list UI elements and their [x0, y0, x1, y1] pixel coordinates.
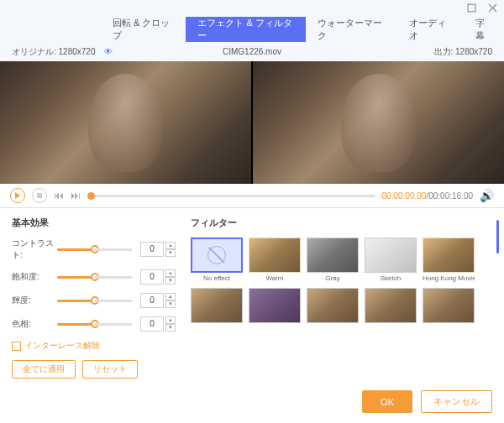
- stop-icon[interactable]: [32, 188, 47, 203]
- brightness-label: 輝度:: [12, 295, 57, 306]
- close-icon[interactable]: [488, 1, 497, 16]
- filename: CIMG1226.mov: [223, 47, 281, 56]
- filters-title: フィルター: [191, 217, 492, 229]
- brightness-row: 輝度: 0 ▲▼: [12, 293, 176, 308]
- app-window: 回転 & クロップ エフェクト & フィルター ウォーターマーク オーディオ 字…: [0, 0, 504, 423]
- footer: OK キャンセル: [0, 384, 504, 423]
- filter-scrollbar[interactable]: [496, 220, 499, 253]
- filter-grid: No effect Warm Gray Sketch Hong Kong Mov…: [191, 238, 492, 332]
- tab-bar: 回転 & クロップ エフェクト & フィルター ウォーターマーク オーディオ 字…: [0, 17, 504, 42]
- next-icon[interactable]: ⏭: [71, 190, 81, 201]
- basic-buttons: 全てに適用 リセット: [12, 360, 176, 379]
- editor-panel: 基本効果 コントラスト: 0 ▲▼ 飽和度: 0 ▲▼ 輝度: 0 ▲▼ 色相:: [0, 208, 504, 384]
- brightness-value[interactable]: 0: [140, 293, 164, 308]
- contrast-label: コントラスト:: [12, 238, 57, 261]
- filter-sketch[interactable]: Sketch: [365, 238, 417, 282]
- apply-all-button[interactable]: 全てに適用: [12, 360, 76, 379]
- filter-extra-2[interactable]: [249, 288, 301, 332]
- preview-area: [0, 61, 504, 184]
- saturation-value[interactable]: 0: [140, 269, 164, 285]
- brightness-stepper[interactable]: ▲▼: [165, 293, 176, 308]
- contrast-value[interactable]: 0: [140, 242, 164, 257]
- saturation-stepper[interactable]: ▲▼: [165, 269, 176, 285]
- filter-extra-5[interactable]: [423, 288, 475, 332]
- filters-panel: フィルター No effect Warm Gray Sketch Hong Ko…: [191, 217, 492, 379]
- svg-rect-0: [468, 4, 475, 12]
- basic-title: 基本効果: [12, 217, 176, 229]
- hue-slider[interactable]: [57, 323, 132, 326]
- svg-marker-3: [15, 192, 20, 199]
- original-size: オリジナル: 1280x720: [12, 46, 96, 58]
- tab-rotate[interactable]: 回転 & クロップ: [101, 17, 186, 42]
- hue-stepper[interactable]: ▲▼: [165, 316, 176, 332]
- saturation-row: 飽和度: 0 ▲▼: [12, 269, 176, 285]
- preview-result: [253, 61, 504, 184]
- info-bar: オリジナル: 1280x720 👁 CIMG1226.mov 出力: 1280x…: [0, 42, 504, 61]
- brightness-slider[interactable]: [57, 300, 132, 302]
- filter-warm[interactable]: Warm: [249, 238, 301, 282]
- contrast-row: コントラスト: 0 ▲▼: [12, 238, 176, 261]
- svg-rect-4: [37, 193, 42, 198]
- filter-no-effect[interactable]: No effect: [191, 238, 243, 282]
- minimize-icon[interactable]: [467, 1, 476, 16]
- hue-value[interactable]: 0: [140, 316, 164, 332]
- ok-button[interactable]: OK: [362, 390, 412, 413]
- prev-icon[interactable]: ⏮: [54, 190, 64, 201]
- filter-hk-movie[interactable]: Hong Kong Movie: [423, 238, 475, 282]
- tab-subtitle[interactable]: 字幕: [464, 17, 504, 42]
- progress-slider[interactable]: [87, 195, 375, 197]
- volume-icon[interactable]: 🔊: [480, 189, 494, 202]
- cancel-button[interactable]: キャンセル: [421, 390, 492, 413]
- filter-extra-4[interactable]: [365, 288, 417, 332]
- reset-button[interactable]: リセット: [82, 360, 138, 379]
- saturation-slider[interactable]: [57, 276, 132, 279]
- contrast-slider[interactable]: [57, 248, 132, 251]
- tab-watermark[interactable]: ウォーターマーク: [306, 17, 397, 42]
- saturation-label: 飽和度:: [12, 271, 57, 283]
- filter-gray[interactable]: Gray: [307, 238, 359, 282]
- tab-audio[interactable]: オーディオ: [397, 17, 464, 42]
- hue-label: 色相:: [12, 318, 57, 330]
- play-icon[interactable]: [10, 188, 25, 203]
- eye-icon[interactable]: 👁: [104, 47, 113, 56]
- time-display: 00:00:00.00/00:00:16.00: [382, 191, 473, 201]
- contrast-stepper[interactable]: ▲▼: [165, 242, 176, 257]
- output-size: 出力: 1280x720: [434, 46, 493, 58]
- tab-effects[interactable]: エフェクト & フィルター: [186, 17, 305, 42]
- interlace-checkbox[interactable]: インターレース解除: [12, 340, 176, 352]
- checkbox-icon: [12, 342, 21, 351]
- filter-extra-1[interactable]: [191, 288, 243, 332]
- basic-effects: 基本効果 コントラスト: 0 ▲▼ 飽和度: 0 ▲▼ 輝度: 0 ▲▼ 色相:: [12, 217, 176, 379]
- playback-bar: ⏮ ⏭ 00:00:00.00/00:00:16.00 🔊: [0, 184, 504, 208]
- preview-original: [0, 61, 251, 184]
- interlace-label: インターレース解除: [24, 340, 100, 352]
- hue-row: 色相: 0 ▲▼: [12, 316, 176, 332]
- titlebar: [0, 0, 504, 17]
- filter-extra-3[interactable]: [307, 288, 359, 332]
